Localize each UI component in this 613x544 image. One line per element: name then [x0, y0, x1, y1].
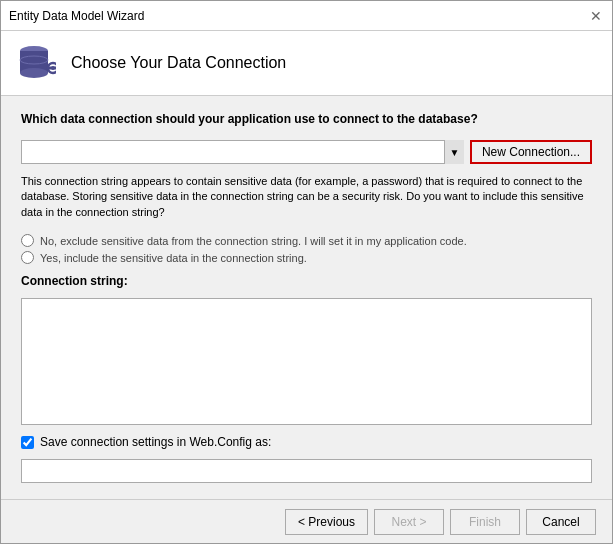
sensitive-data-info: This connection string appears to contai… [21, 174, 592, 220]
question-label: Which data connection should your applic… [21, 112, 592, 126]
header-area: Choose Your Data Connection [1, 31, 612, 96]
save-settings-label: Save connection settings in Web.Config a… [40, 435, 271, 449]
header-title: Choose Your Data Connection [71, 54, 286, 72]
radio-item-yes[interactable]: Yes, include the sensitive data in the c… [21, 251, 592, 264]
title-bar-left: Entity Data Model Wizard [9, 9, 144, 23]
radio-no-label: No, exclude sensitive data from the conn… [40, 235, 467, 247]
close-button[interactable]: ✕ [588, 8, 604, 24]
previous-button[interactable]: < Previous [285, 509, 368, 535]
radio-yes[interactable] [21, 251, 34, 264]
conn-string-textarea[interactable] [21, 298, 592, 425]
wizard-window: Entity Data Model Wizard ✕ Choose Your D… [0, 0, 613, 544]
next-button[interactable]: Next > [374, 509, 444, 535]
finish-button[interactable]: Finish [450, 509, 520, 535]
dropdown-wrapper: ▼ [21, 140, 464, 164]
radio-yes-label: Yes, include the sensitive data in the c… [40, 252, 307, 264]
radio-no[interactable] [21, 234, 34, 247]
window-title: Entity Data Model Wizard [9, 9, 144, 23]
radio-group: No, exclude sensitive data from the conn… [21, 234, 592, 264]
connection-dropdown-row: ▼ New Connection... [21, 140, 592, 164]
connection-dropdown[interactable] [21, 140, 464, 164]
title-bar: Entity Data Model Wizard ✕ [1, 1, 612, 31]
svg-point-2 [20, 68, 48, 78]
content-area: Which data connection should your applic… [1, 96, 612, 499]
cancel-button[interactable]: Cancel [526, 509, 596, 535]
radio-item-no[interactable]: No, exclude sensitive data from the conn… [21, 234, 592, 247]
conn-string-label: Connection string: [21, 274, 592, 288]
database-icon [17, 43, 57, 83]
save-settings-checkbox[interactable] [21, 436, 34, 449]
save-settings-row: Save connection settings in Web.Config a… [21, 435, 592, 449]
new-connection-button[interactable]: New Connection... [470, 140, 592, 164]
save-config-input[interactable] [21, 459, 592, 483]
svg-point-6 [51, 66, 55, 70]
db-svg-icon [18, 42, 56, 84]
footer-area: < Previous Next > Finish Cancel [1, 499, 612, 543]
